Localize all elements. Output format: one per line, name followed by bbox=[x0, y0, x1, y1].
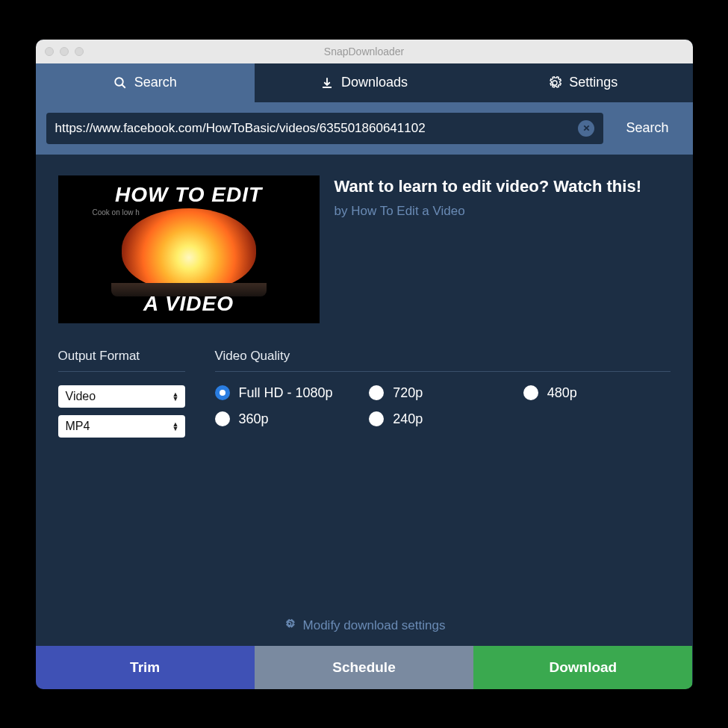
tab-search[interactable]: Search bbox=[36, 63, 255, 102]
quality-option-1080p[interactable]: Full HD - 1080p bbox=[215, 385, 362, 401]
tab-downloads[interactable]: Downloads bbox=[255, 63, 473, 102]
format-column: Output Format Video ▲▼ MP4 ▲▼ bbox=[58, 349, 185, 445]
traffic-lights bbox=[45, 47, 84, 56]
radio-label: 720p bbox=[393, 385, 423, 401]
select-value: Video bbox=[66, 390, 96, 403]
modify-label: Modify download settings bbox=[303, 618, 446, 633]
url-field-wrap bbox=[46, 113, 604, 144]
schedule-button[interactable]: Schedule bbox=[255, 646, 473, 689]
main-tabs: Search Downloads Settings bbox=[36, 63, 693, 102]
tab-label: Settings bbox=[569, 75, 617, 90]
quality-label: Video Quality bbox=[215, 349, 671, 372]
close-dot[interactable] bbox=[45, 47, 54, 56]
searchbar: Search bbox=[36, 102, 693, 155]
fire-graphic bbox=[122, 208, 256, 290]
options-row: Output Format Video ▲▼ MP4 ▲▼ Video Qual… bbox=[58, 349, 671, 445]
format-type-select[interactable]: Video ▲▼ bbox=[58, 385, 185, 408]
radio-label: 360p bbox=[239, 411, 269, 427]
radio-icon bbox=[215, 411, 230, 426]
radio-label: Full HD - 1080p bbox=[239, 385, 333, 401]
select-value: MP4 bbox=[66, 420, 90, 433]
modify-settings-link[interactable]: Modify download settings bbox=[58, 604, 671, 646]
tab-label: Downloads bbox=[341, 75, 408, 90]
radio-icon bbox=[215, 385, 230, 400]
quality-option-360p[interactable]: 360p bbox=[215, 411, 362, 427]
chevron-updown-icon: ▲▼ bbox=[172, 422, 179, 431]
download-button[interactable]: Download bbox=[473, 646, 692, 689]
maximize-dot[interactable] bbox=[75, 47, 84, 56]
minimize-dot[interactable] bbox=[60, 47, 69, 56]
video-meta: Want to learn to edit video? Watch this!… bbox=[335, 175, 671, 219]
tab-settings[interactable]: Settings bbox=[473, 63, 692, 102]
radio-label: 480p bbox=[547, 385, 577, 401]
window-title: SnapDownloader bbox=[36, 46, 693, 57]
quality-column: Video Quality Full HD - 1080p 720p 480p bbox=[215, 349, 671, 445]
video-title: Want to learn to edit video? Watch this! bbox=[335, 177, 671, 196]
tab-label: Search bbox=[134, 75, 177, 90]
video-thumbnail: HOW TO EDIT Cook on low h A VIDEO bbox=[58, 175, 320, 323]
close-icon bbox=[582, 122, 591, 135]
url-input[interactable] bbox=[55, 121, 571, 136]
gear-icon bbox=[548, 76, 561, 90]
search-button[interactable]: Search bbox=[612, 113, 682, 144]
gear-icon bbox=[283, 617, 296, 634]
by-prefix: by bbox=[335, 204, 348, 218]
quality-option-720p[interactable]: 720p bbox=[369, 385, 516, 401]
clear-button[interactable] bbox=[578, 120, 594, 137]
radio-label: 240p bbox=[393, 411, 423, 427]
radio-icon bbox=[369, 411, 384, 426]
quality-grid: Full HD - 1080p 720p 480p 360p bbox=[215, 385, 671, 427]
svg-point-0 bbox=[115, 78, 123, 86]
video-row: HOW TO EDIT Cook on low h A VIDEO Want t… bbox=[58, 175, 671, 323]
svg-line-1 bbox=[122, 84, 125, 88]
search-icon bbox=[113, 76, 127, 90]
thumb-sub-text: Cook on low h bbox=[93, 208, 140, 217]
chevron-updown-icon: ▲▼ bbox=[172, 392, 179, 401]
titlebar: SnapDownloader bbox=[36, 40, 693, 63]
format-label: Output Format bbox=[58, 349, 185, 372]
app-window: SnapDownloader Search Downloads Settings… bbox=[36, 40, 693, 689]
trim-button[interactable]: Trim bbox=[36, 646, 255, 689]
thumb-top-text: HOW TO EDIT bbox=[115, 183, 262, 207]
format-container-select[interactable]: MP4 ▲▼ bbox=[58, 415, 185, 438]
download-icon bbox=[320, 76, 334, 90]
video-author: by How To Edit a Video bbox=[335, 204, 671, 219]
author-name: How To Edit a Video bbox=[351, 204, 464, 218]
content-area: HOW TO EDIT Cook on low h A VIDEO Want t… bbox=[36, 155, 693, 646]
radio-icon bbox=[523, 385, 538, 400]
quality-option-480p[interactable]: 480p bbox=[523, 385, 671, 401]
radio-icon bbox=[369, 385, 384, 400]
action-bar: Trim Schedule Download bbox=[36, 646, 693, 689]
quality-option-240p[interactable]: 240p bbox=[369, 411, 516, 427]
